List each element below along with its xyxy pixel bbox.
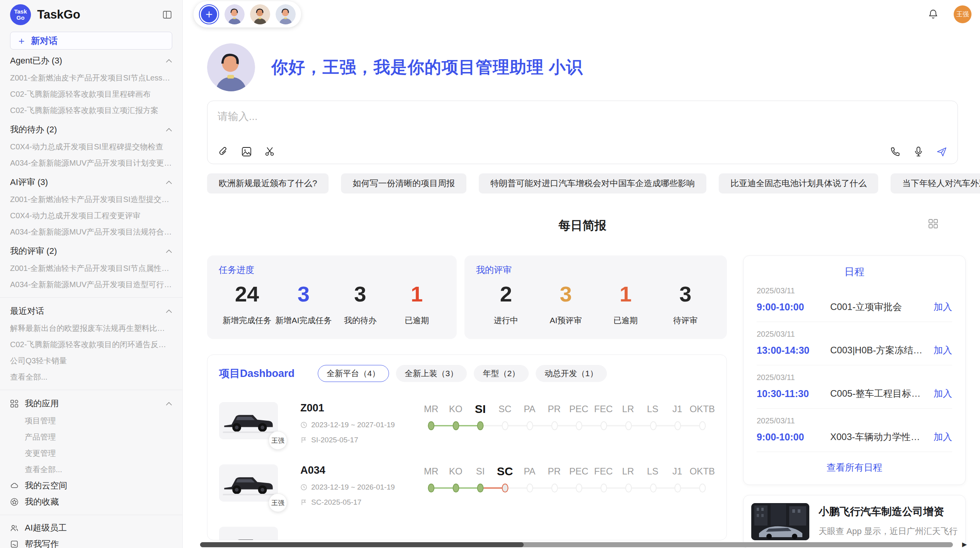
- news-card[interactable]: 小鹏飞行汽车制造公司增资 天眼查 App 显示，近日广州汇天飞行汽...: [743, 495, 966, 548]
- milestone-dot[interactable]: [452, 484, 459, 493]
- section-ai-review[interactable]: AI评审 (3): [10, 173, 172, 191]
- schedule-item: 2025/03/11 10:30-11:30 C005-整车工程目标评审 加入: [757, 365, 952, 409]
- notification-bell-icon[interactable]: [927, 9, 939, 20]
- suggestion-chip[interactable]: 特朗普可能对进口汽车增税会对中国车企造成哪些影响: [479, 173, 706, 194]
- list-item[interactable]: A034-全新新能源MUV产品开发项目法规符合性评审: [10, 224, 172, 240]
- list-item[interactable]: Z001-全新燃油皮卡产品开发项目SI节点Lesson Learn报告: [10, 70, 172, 86]
- list-item[interactable]: 公司Q3轻卡销量: [10, 353, 172, 369]
- dashboard-tab[interactable]: 年型（2）: [474, 365, 529, 382]
- project-row[interactable]: 王强 Z001 2023-12-19 ~ 2027-01-19 SI-2025-…: [219, 402, 715, 444]
- suggestion-chip[interactable]: 如何写一份清晰的项目周报: [341, 173, 466, 194]
- my-todo-list: C0X4-动力总成开发项目SI里程碑提交物检查A034-全新新能源MUV产品开发…: [10, 139, 172, 171]
- sidebar-item-cloud-space[interactable]: 我的云空间: [10, 478, 172, 494]
- section-recent-chats[interactable]: 最近对话: [10, 302, 172, 320]
- app-item[interactable]: 产品管理: [10, 429, 172, 445]
- milestone-dot[interactable]: [477, 484, 484, 493]
- list-item[interactable]: 解释最新出台的欧盟报废车法规再生塑料比例被调至15%...: [10, 320, 172, 336]
- milestone-dot[interactable]: [551, 421, 558, 430]
- user-avatar[interactable]: 王强: [954, 5, 971, 23]
- suggestion-chip[interactable]: 欧洲新规最近颁布了什么?: [207, 173, 329, 194]
- section-my-review[interactable]: 我的评审 (2): [10, 242, 172, 260]
- list-item[interactable]: C0X4-动力总成开发项目SI里程碑提交物检查: [10, 139, 172, 155]
- milestone-dot[interactable]: [625, 484, 632, 493]
- scrollbar-right-arrow[interactable]: ▶: [962, 541, 967, 548]
- join-button[interactable]: 加入: [934, 344, 952, 356]
- milestone-dot[interactable]: [601, 421, 607, 430]
- milestone-dot[interactable]: [502, 484, 509, 493]
- list-item[interactable]: Z001-全新燃油轻卡产品开发项目SI造型提交物评审: [10, 191, 172, 207]
- add-agent-button[interactable]: ＋: [199, 4, 219, 24]
- dashboard-tab[interactable]: 动总开发（1）: [536, 365, 607, 382]
- app-item[interactable]: 项目管理: [10, 413, 172, 429]
- milestone-dot[interactable]: [551, 484, 558, 493]
- list-item[interactable]: 查看全部...: [10, 369, 172, 385]
- agent-avatar[interactable]: [276, 4, 296, 24]
- scissors-icon[interactable]: [264, 146, 276, 158]
- project-row[interactable]: 王强 A034 2023-12-19 ~ 2026-01-19 SC-2025-…: [219, 464, 715, 507]
- milestone-dot[interactable]: [675, 421, 681, 430]
- chevron-up-icon[interactable]: [166, 128, 172, 132]
- section-my-todo[interactable]: 我的待办 (2): [10, 121, 172, 139]
- milestone-dot[interactable]: [601, 484, 607, 493]
- join-button[interactable]: 加入: [934, 387, 952, 400]
- list-item[interactable]: C02-飞腾新能源轻客改款项目立项汇报方案: [10, 102, 172, 118]
- view-all-schedule-link[interactable]: 查看所有日程: [757, 452, 952, 477]
- chevron-up-icon[interactable]: [166, 59, 172, 63]
- schedule-date: 2025/03/11: [757, 416, 952, 425]
- collapse-sidebar-icon[interactable]: [162, 10, 172, 20]
- app-item[interactable]: 查看全部...: [10, 461, 172, 478]
- milestone-dot[interactable]: [576, 484, 583, 493]
- horizontal-scrollbar[interactable]: [200, 542, 953, 547]
- app-item[interactable]: 变更管理: [10, 445, 172, 461]
- section-agent-done[interactable]: Agent已办 (3): [10, 52, 172, 70]
- milestone-track: MRKOSISCPAPRPECFECLRLSJ1OKTB: [419, 402, 715, 444]
- attachment-icon[interactable]: [218, 146, 229, 158]
- milestone-label: J1: [665, 464, 690, 478]
- phone-icon[interactable]: [889, 146, 901, 158]
- list-item[interactable]: A034-全新新能源MUV产品开发项目造型可行性评审: [10, 276, 172, 293]
- suggestion-chip[interactable]: 当下年轻人对汽车外观有怎样的喜好趋势: [891, 173, 980, 194]
- milestone-dot[interactable]: [428, 421, 434, 430]
- new-chat-button[interactable]: ＋ 新对话: [10, 32, 172, 50]
- list-item[interactable]: C02-飞腾新能源轻客改款项目里程碑画布: [10, 86, 172, 102]
- chat-input[interactable]: 请输入...: [218, 110, 947, 123]
- milestone-dot[interactable]: [675, 484, 681, 493]
- milestone-dot[interactable]: [452, 421, 459, 430]
- join-button[interactable]: 加入: [934, 431, 952, 443]
- send-icon[interactable]: [936, 146, 947, 158]
- milestone-dot[interactable]: [625, 421, 632, 430]
- milestone-dot[interactable]: [650, 484, 656, 493]
- milestone-dot[interactable]: [526, 484, 533, 493]
- list-item[interactable]: C02-飞腾新能源轻客改款项目的闭环通告反馈情况: [10, 336, 172, 353]
- sidebar-item-favorites[interactable]: 我的收藏: [10, 494, 172, 510]
- chevron-up-icon[interactable]: [166, 309, 172, 313]
- milestone-dot[interactable]: [650, 421, 656, 430]
- agent-avatar[interactable]: [224, 4, 245, 24]
- milestone-dot[interactable]: [699, 484, 706, 493]
- chevron-up-icon[interactable]: [166, 249, 172, 253]
- agent-avatar[interactable]: [250, 4, 270, 24]
- microphone-icon[interactable]: [913, 146, 924, 158]
- chevron-up-icon[interactable]: [166, 402, 172, 406]
- dashboard-tab[interactable]: 全新平台（4）: [318, 365, 389, 382]
- layout-grid-icon[interactable]: [928, 218, 939, 229]
- list-item[interactable]: A034-全新新能源MUV产品开发项目计划变更表编写: [10, 155, 172, 171]
- milestone-dot[interactable]: [699, 421, 706, 430]
- milestone-dot[interactable]: [428, 484, 434, 493]
- dashboard-tab[interactable]: 全新上装（3）: [396, 365, 467, 382]
- image-icon[interactable]: [241, 146, 252, 158]
- section-my-apps[interactable]: 我的应用: [10, 395, 172, 413]
- milestone-dot[interactable]: [526, 421, 533, 430]
- milestone-dot[interactable]: [576, 421, 583, 430]
- milestone-dot[interactable]: [477, 421, 484, 430]
- list-item[interactable]: Z001-全新燃油轻卡产品开发项目SI节点属性5D文件评审: [10, 260, 172, 276]
- suggestion-chip[interactable]: 比亚迪全固态电池计划具体说了什么: [719, 173, 878, 194]
- chevron-up-icon[interactable]: [166, 180, 172, 185]
- milestone-dot[interactable]: [502, 421, 509, 430]
- sidebar-item-ai-super-staff[interactable]: AI超级员工: [10, 520, 172, 536]
- scrollbar-thumb[interactable]: [200, 542, 524, 547]
- list-item[interactable]: C0X4-动力总成开发项目工程变更评审: [10, 207, 172, 224]
- join-button[interactable]: 加入: [934, 301, 952, 313]
- sidebar-item-help-me-write[interactable]: 帮我写作: [10, 536, 172, 548]
- suggestion-chips: 欧洲新规最近颁布了什么?如何写一份清晰的项目周报特朗普可能对进口汽车增税会对中国…: [207, 173, 966, 194]
